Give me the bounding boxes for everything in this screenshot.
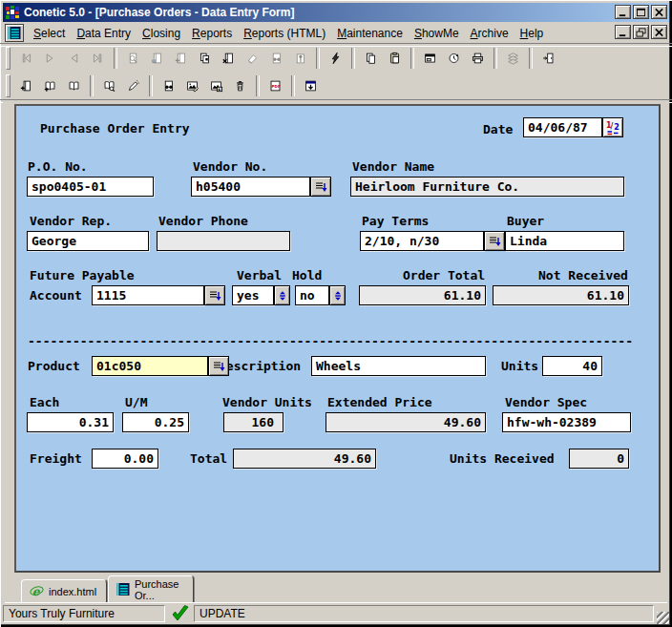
go-back-button bbox=[62, 47, 86, 70]
product-lookup-button[interactable] bbox=[208, 356, 229, 376]
hold-spinner[interactable] bbox=[329, 285, 346, 305]
toolbar-main: u bbox=[4, 45, 560, 72]
form-icon[interactable] bbox=[5, 24, 24, 42]
toolbar-separator bbox=[351, 48, 355, 69]
menu-item-select[interactable]: Select bbox=[28, 25, 71, 42]
extended-price-label: Extended Price bbox=[327, 395, 432, 409]
vendor-name-field: Heirloom Furniture Co. bbox=[350, 177, 624, 197]
account-label: Account bbox=[30, 288, 82, 303]
export-window-button[interactable] bbox=[299, 74, 323, 97]
eraser-button bbox=[241, 47, 264, 70]
units-field[interactable]: 40 bbox=[542, 356, 602, 376]
um-label: U/M bbox=[125, 395, 147, 409]
paste-button[interactable] bbox=[383, 47, 407, 70]
go-forward-button bbox=[38, 47, 62, 70]
pay-terms-label: Pay Terms bbox=[362, 214, 429, 228]
each-field[interactable]: 0.31 bbox=[27, 412, 114, 432]
buyer-label: Buyer bbox=[507, 214, 544, 228]
form-window-button[interactable] bbox=[418, 47, 442, 70]
tab-index-html[interactable]: e index.html bbox=[21, 579, 107, 602]
hold-field[interactable]: no bbox=[295, 285, 329, 305]
toolbar-grip[interactable] bbox=[6, 47, 10, 70]
history-button[interactable] bbox=[442, 47, 466, 70]
vendor-phone-field bbox=[157, 231, 290, 251]
toolbar-separator bbox=[90, 75, 94, 96]
lightning-button[interactable] bbox=[324, 47, 347, 70]
freight-field[interactable]: 0.00 bbox=[92, 449, 158, 469]
section-separator: ----------------------------------------… bbox=[28, 334, 633, 348]
freight-label: Freight bbox=[30, 451, 82, 466]
exit-button[interactable] bbox=[536, 47, 560, 70]
verbal-field[interactable]: yes bbox=[232, 285, 274, 305]
book-delete-button[interactable] bbox=[217, 47, 241, 70]
svg-text:PDF: PDF bbox=[272, 84, 281, 89]
account-lookup-button[interactable] bbox=[204, 285, 225, 305]
vendor-name-label: Vendor Name bbox=[352, 159, 434, 174]
menu-item-showme[interactable]: ShowMe bbox=[409, 25, 465, 42]
extended-price-field: 49.60 bbox=[326, 412, 486, 432]
copy-record-button[interactable] bbox=[193, 47, 217, 70]
menu-item-reports[interactable]: Reports bbox=[186, 25, 238, 42]
account-field[interactable]: 1115 bbox=[92, 285, 204, 305]
purchase-order-form: Purchase Order Entry Date 04/06/87 1 / 2… bbox=[14, 104, 661, 573]
tab-purchase-orders[interactable]: Purchase Or... bbox=[108, 575, 194, 602]
um-field[interactable]: 0.25 bbox=[122, 412, 189, 432]
total-label: Total bbox=[190, 451, 227, 466]
image-edit-button[interactable] bbox=[180, 74, 204, 97]
print-button[interactable] bbox=[466, 47, 490, 70]
vendor-no-field[interactable]: h05400 bbox=[191, 177, 310, 197]
status-bar: Yours Truly Furniture UPDATE bbox=[3, 604, 669, 624]
book-open-add-button[interactable] bbox=[38, 74, 62, 97]
copy-button[interactable] bbox=[359, 47, 383, 70]
menu-item-archive[interactable]: Archive bbox=[465, 25, 514, 42]
mdi-minimize-button[interactable] bbox=[615, 25, 631, 39]
image-export-button[interactable]: s bbox=[204, 74, 228, 97]
book-add-button[interactable] bbox=[14, 74, 38, 97]
not-received-label: Not Received bbox=[538, 268, 628, 282]
maximize-button[interactable] bbox=[633, 5, 649, 19]
menu-item-maintenance[interactable]: Maintenance bbox=[331, 25, 409, 42]
pdf-button[interactable]: PDF bbox=[263, 74, 287, 97]
po-no-field[interactable]: spo0405-01 bbox=[27, 177, 154, 197]
each-label: Each bbox=[30, 395, 59, 409]
buyer-field[interactable]: Linda bbox=[505, 231, 624, 251]
vendor-spec-label: Vendor Spec bbox=[505, 395, 587, 409]
vendor-units-label: Vendor Units bbox=[222, 395, 312, 409]
resize-grip[interactable] bbox=[657, 612, 669, 624]
pen-button[interactable] bbox=[121, 74, 145, 97]
vendor-no-label: Vendor No. bbox=[193, 159, 267, 174]
units-label: Units bbox=[501, 359, 538, 373]
description-field[interactable]: Wheels bbox=[311, 356, 486, 376]
vendor-no-lookup-button[interactable] bbox=[310, 177, 331, 197]
mdi-close-button[interactable] bbox=[651, 25, 667, 39]
book-open-find-button[interactable] bbox=[97, 74, 121, 97]
vendor-rep-field[interactable]: George bbox=[27, 231, 149, 251]
hold-label: Hold bbox=[292, 268, 322, 282]
mdi-restore-button[interactable] bbox=[633, 25, 649, 39]
date-picker-button[interactable]: 1 / 2 bbox=[602, 117, 623, 137]
find-image-button[interactable] bbox=[157, 74, 180, 97]
menu-item-help[interactable]: Help bbox=[514, 25, 550, 42]
future-payable-label: Future Payable bbox=[30, 268, 135, 282]
pay-terms-field[interactable]: 2/10, n/30 bbox=[360, 231, 484, 251]
go-first-button bbox=[14, 47, 38, 70]
minimize-button[interactable] bbox=[615, 5, 631, 19]
pay-terms-lookup-button[interactable] bbox=[484, 231, 505, 251]
product-field[interactable]: 01c050 bbox=[92, 356, 208, 376]
menu-item-closing[interactable]: Closing bbox=[136, 25, 186, 42]
date-field[interactable]: 04/06/87 bbox=[523, 117, 602, 137]
menu-item-data-entry[interactable]: Data Entry bbox=[71, 25, 136, 42]
tab-label: index.html bbox=[49, 586, 96, 597]
menu-item-reports-html[interactable]: Reports (HTML) bbox=[238, 25, 331, 42]
vendor-spec-field[interactable]: hfw-wh-02389 bbox=[502, 412, 631, 432]
window-title: Conetic 5.0 - [Purchase Orders - Data En… bbox=[24, 6, 294, 19]
order-total-field: 61.10 bbox=[359, 285, 486, 305]
book-open-button[interactable] bbox=[62, 74, 86, 97]
spinner-icon bbox=[276, 288, 289, 303]
company-status-panel: Yours Truly Furniture bbox=[3, 605, 165, 622]
verbal-spinner[interactable] bbox=[274, 285, 290, 305]
toolbar-grip[interactable] bbox=[6, 74, 10, 97]
calendar-12-icon: 1 / 2 bbox=[605, 120, 620, 136]
trash-button[interactable] bbox=[228, 74, 252, 97]
close-button[interactable] bbox=[651, 5, 667, 19]
